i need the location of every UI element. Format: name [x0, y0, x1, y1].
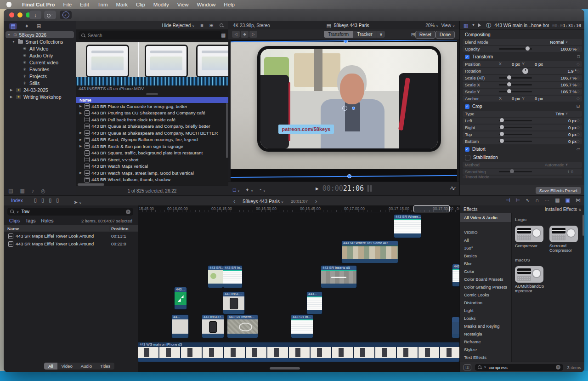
installed-effects-dropdown[interactable]: Installed Effects⇅	[545, 207, 581, 212]
trim-end-icon[interactable]: ⊢	[515, 198, 520, 203]
scale-slider[interactable]	[499, 77, 532, 79]
timeline-clip[interactable]: 443 SR...	[208, 266, 223, 288]
sidebar-smart-item[interactable]: ✳ Stills	[4, 80, 76, 86]
rotation-dial[interactable]	[522, 68, 528, 74]
marked-range[interactable]	[413, 205, 450, 212]
menu-item[interactable]: View	[173, 0, 193, 9]
crop-slider[interactable]	[499, 134, 532, 135]
pointer-tool-dropdown[interactable]: ➤∨	[74, 198, 81, 206]
effects-search-input[interactable]: ∨ compress ✕	[475, 364, 564, 371]
apple-menu-icon[interactable]	[6, 2, 11, 7]
effects-browser-icon[interactable]: ▣	[565, 198, 570, 203]
disclosure-icon[interactable]: ▶	[79, 111, 83, 115]
opacity-row[interactable]: Opacity 100.0 % ◇	[463, 46, 582, 52]
index-filter[interactable]: Video	[57, 363, 77, 370]
index-button[interactable]: Index	[11, 198, 23, 203]
keyframe-icon[interactable]: ◇	[577, 125, 580, 130]
clip-list-row[interactable]: ▶ 443 BR Sand, Olympic Balloon moorings,…	[76, 136, 228, 143]
filmstrip-view-icon[interactable]: ▦	[221, 33, 226, 38]
browser-playhead[interactable]	[138, 42, 139, 77]
fullscreen-icon[interactable]: ↗↙	[449, 186, 455, 191]
add-keyframe-button[interactable]: ◆	[241, 31, 249, 38]
timeline-clip[interactable]: 443 SR In...	[291, 315, 313, 338]
crop-slider[interactable]	[499, 141, 532, 142]
blocks-icon[interactable]: ⊞	[36, 23, 41, 29]
clip-list-row[interactable]: ▶ 443 BR Square, traffic, background pla…	[76, 150, 228, 157]
sidebar-smart-item[interactable]: ✳ Current video	[4, 59, 76, 66]
play-button[interactable]: ▶	[316, 186, 319, 192]
keyframe-icon[interactable]: ◇	[577, 75, 580, 80]
clear-search-icon[interactable]: ✕	[556, 365, 560, 370]
zoom-dropdown[interactable]: 20%∨	[425, 23, 438, 28]
effects-category[interactable]: Basics	[460, 252, 511, 260]
timeline-clip[interactable]: 443 SR Where To? Some AR	[342, 241, 398, 263]
viewer-canvas[interactable]: patreon.com/58keys	[231, 40, 457, 182]
resize-grip[interactable]	[146, 93, 158, 95]
keyframe-icon[interactable]: ◇	[577, 139, 580, 143]
distort-icon[interactable]: ▱	[577, 147, 580, 151]
crop-slider[interactable]	[499, 120, 532, 121]
effects-wand-icon[interactable]: ✦∨	[245, 185, 253, 193]
audio-inspector-icon[interactable]	[478, 23, 483, 27]
disclosure-icon[interactable]: ▶	[79, 171, 83, 175]
index-tab[interactable]: Roles	[41, 218, 54, 223]
filter-dropdown[interactable]: Hide Rejected∨	[162, 23, 194, 28]
sidebar-library[interactable]: ▼ ⊞ 58keys 2026	[6, 31, 74, 38]
overlay-grid-icon[interactable]: ▦	[555, 198, 560, 203]
globe-icon[interactable]: ◎	[41, 188, 45, 193]
timeline-canvas[interactable]: 15:45:0000:16:00:0000:16:15:0000:16:30:0…	[138, 205, 459, 372]
effects-category[interactable]: Masks and Keying	[460, 322, 511, 330]
info-inspector-icon[interactable]: ⓘ	[486, 23, 491, 28]
rotate-handle[interactable]	[352, 107, 355, 110]
timeline-clip[interactable]: 443 SR Inserts d5	[321, 266, 356, 288]
import-media-button[interactable]: ↓	[29, 11, 41, 19]
keyframe-icon[interactable]: ◇	[577, 89, 580, 94]
done-button[interactable]: Done	[435, 31, 455, 39]
index-search-input[interactable]: ∨ Tow ✕	[7, 208, 133, 216]
effects-category[interactable]: Reframe	[460, 338, 511, 346]
sidebar-event[interactable]: ▶ ★ Writing Workshop	[4, 93, 76, 100]
sidebar-event[interactable]: ▶ ★ 24-03-2025	[4, 86, 76, 93]
clip-list-row[interactable]: ▶ 443 BR Wheel, balloon, thumb, shadow	[76, 176, 228, 183]
video-inspector-icon[interactable]: ▥	[464, 23, 468, 28]
index-column-headers[interactable]: Name Position	[4, 225, 138, 232]
effects-category[interactable]: Blur	[460, 260, 511, 267]
keyframe-icon[interactable]: ◇	[577, 82, 580, 87]
transform-section-heading[interactable]: ✓ Transform □	[463, 53, 582, 60]
effects-category[interactable]: Distortion	[460, 299, 511, 307]
clip-list-row[interactable]: ▶ 443 BR Watch Maps vertical	[76, 163, 228, 170]
photos-icon[interactable]: ▦	[20, 188, 24, 193]
effects-category[interactable]: Color Board Presets	[460, 275, 511, 283]
index-clip-row[interactable]: 443 SR Maps Eiffel Tower Look Around 00:…	[4, 232, 138, 240]
index-tab[interactable]: Tags	[25, 218, 35, 223]
transform-tool-icon[interactable]: □∨	[233, 185, 240, 193]
disclosure-open-icon[interactable]: ▼	[12, 40, 16, 43]
clip-list-row[interactable]: ▶ 443 BR Watch Maps, street lamp, Good b…	[76, 170, 228, 176]
effect-item[interactable]: Compressor	[515, 226, 545, 253]
photos-icon[interactable]: ✦	[24, 23, 29, 29]
position-row[interactable]: Position X0 px Y0 px ◇	[463, 61, 582, 68]
timeline-horizontal-scrollbar[interactable]	[270, 367, 300, 370]
index-filter[interactable]: Audio	[77, 363, 96, 370]
clip-list-row[interactable]: ▶ 443 BR Queue at Shakespeare and Compan…	[76, 130, 228, 136]
menu-item[interactable]: Edit	[76, 0, 93, 9]
clip-appearance-4-icon[interactable]: ▯	[56, 198, 59, 203]
clear-search-icon[interactable]: ✕	[126, 210, 130, 214]
scale-row[interactable]: Scale X 106.7 % ◇	[463, 82, 582, 88]
scale-row[interactable]: Scale (All) 106.7 % ◇	[463, 75, 582, 81]
stabilization-checkbox[interactable]	[465, 155, 470, 160]
audio-waveform-icon[interactable]: ∿	[526, 198, 530, 203]
scale-slider[interactable]	[499, 84, 532, 85]
clip-appearance-icon[interactable]: ≡	[200, 23, 203, 28]
keyframe-icon[interactable]: ◇	[577, 132, 580, 136]
timeline-clip[interactable]: 443 SR Where...	[394, 215, 421, 238]
effect-item[interactable]: Surround Compressor	[549, 226, 580, 253]
effects-category[interactable]: Nostalgia	[460, 330, 511, 338]
clip-filmstrip-preview[interactable]	[76, 42, 228, 77]
crop-section-heading[interactable]: ✓ Crop ⊡	[463, 103, 582, 110]
crop-edge-row[interactable]: Top 0 px ◇	[463, 131, 582, 138]
clip-appearance-2-icon[interactable]: ▯	[41, 198, 44, 203]
crop-icon[interactable]: ⊡	[576, 104, 580, 108]
disclosure-icon[interactable]: ▶	[79, 131, 83, 135]
index-tab[interactable]: Clips	[9, 218, 20, 223]
